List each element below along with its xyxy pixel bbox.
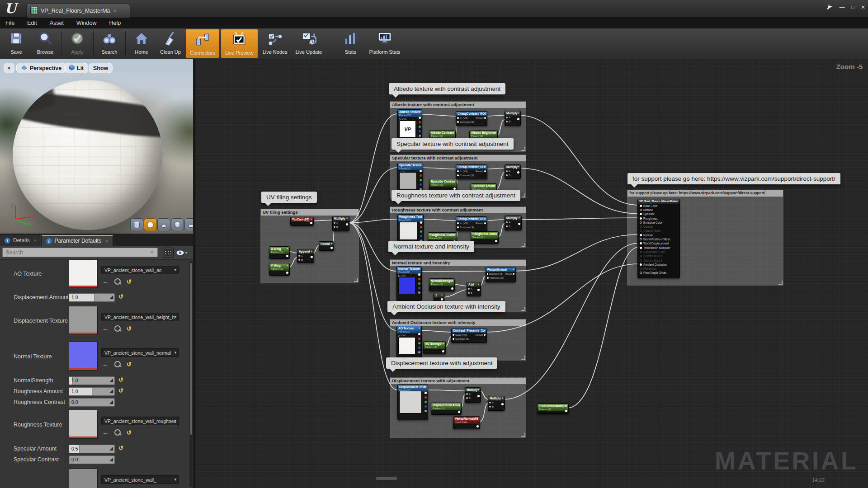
pin-dot[interactable] (451, 287, 453, 290)
master-pin-row[interactable]: Custom Data 0 (638, 254, 679, 258)
pin-dot[interactable] (425, 410, 427, 412)
pin-dot[interactable] (442, 350, 444, 352)
node-header[interactable]: Multiply▼ (333, 216, 349, 221)
pin-dot[interactable] (334, 226, 335, 228)
pin-dot[interactable] (640, 213, 642, 215)
graph-node-multiply[interactable]: Multiply▼AB (505, 216, 522, 230)
master-pin-row[interactable]: Base Color (638, 204, 679, 208)
comment-header[interactable]: Albedo texture with contrast adjustment (390, 102, 526, 108)
menu-help[interactable]: Help (109, 20, 121, 26)
comment-resize-handle[interactable] (778, 281, 783, 285)
document-tab[interactable]: VP_Real_Floors_MasterMa × (26, 3, 130, 18)
pin-dot[interactable] (466, 393, 468, 395)
pin-dot[interactable] (398, 275, 400, 277)
node-header[interactable]: Roughness Contrast▼Param (0) (428, 233, 457, 240)
comment-header[interactable]: UV tiling settings (261, 209, 359, 216)
master-pin-row[interactable]: Ambient Occlusion (638, 263, 679, 267)
graph-node-tessellationmultiplier[interactable]: TessellationMultiplier▼Param (1) (537, 404, 569, 414)
pin-dot[interactable] (484, 170, 486, 172)
node-header[interactable]: Multiply▼ (505, 216, 521, 221)
pin-dot[interactable] (418, 278, 420, 280)
graph-node-roughness-amount[interactable]: Roughness Amount▼Param (1) (471, 231, 499, 244)
pin-dot[interactable] (457, 170, 459, 172)
browse-button[interactable]: Browse (31, 28, 60, 59)
pin-dot[interactable] (457, 121, 459, 123)
pin-dot[interactable] (418, 333, 420, 335)
graph-node-append[interactable]: Append▼AB (297, 249, 314, 263)
master-pin-row[interactable]: Emissive Color (638, 221, 679, 225)
pin-dot[interactable] (311, 256, 313, 258)
pin-dot[interactable] (346, 223, 348, 225)
tab-close-icon[interactable]: × (34, 238, 37, 243)
pin-dot[interactable] (399, 118, 401, 120)
pin-dot[interactable] (453, 338, 454, 340)
pin-dot[interactable] (517, 171, 519, 174)
menu-file[interactable]: File (5, 20, 14, 26)
pin-dot[interactable] (477, 289, 480, 291)
master-pin-row[interactable]: Subsurface Color (638, 250, 679, 254)
pin-dot[interactable] (640, 242, 642, 244)
pin-dot[interactable] (298, 259, 300, 261)
node-header[interactable]: CheapContrast_RGB▼ (456, 217, 487, 221)
pin-dot[interactable] (506, 174, 508, 176)
scalar-spinbox[interactable]: 1.0 (69, 387, 115, 396)
menu-asset[interactable]: Asset (50, 20, 64, 26)
menu-edit[interactable]: Edit (27, 20, 37, 26)
master-pin-row[interactable]: Custom Data 1 (638, 258, 679, 262)
graph-node-add[interactable]: Add▼AB (467, 282, 481, 296)
graph-node-flattennormal[interactable]: FlattenNormal▼Normal (V3)ResultFlatness … (486, 267, 516, 282)
pin-dot[interactable] (506, 117, 508, 118)
node-header[interactable]: Multiply▼ (505, 111, 520, 116)
pin-dot[interactable] (420, 226, 422, 228)
pin-dot[interactable] (418, 338, 420, 340)
pin-dot[interactable] (640, 205, 642, 207)
master-pin-row[interactable]: Opacity (638, 225, 679, 229)
pin-dot[interactable] (418, 291, 420, 294)
pin-dot[interactable] (513, 273, 514, 275)
viewport-perspective-button[interactable]: Perspective (16, 63, 66, 73)
pin-dot[interactable] (418, 342, 420, 344)
pin-dot[interactable] (310, 222, 312, 224)
custom-mesh-shape-button[interactable] (184, 218, 193, 231)
pin-dot[interactable] (484, 117, 486, 119)
comment-header[interactable]: Roughness texture with contrast adjustme… (390, 207, 526, 213)
pin-dot[interactable] (640, 251, 642, 253)
master-pin-row[interactable]: Pixel Depth Offset (638, 271, 679, 275)
comment-resize-handle[interactable] (521, 433, 525, 437)
node-header[interactable]: Add▼ (467, 282, 481, 287)
node-header[interactable]: TessellationMultiplier▼Param (1) (538, 404, 568, 411)
node-header[interactable]: V-tiling▼Param (1) (269, 263, 289, 271)
panel-scrollbar[interactable] (189, 261, 193, 487)
graph-node-multiply[interactable]: Multiply▼AB (465, 387, 481, 403)
tab-close-icon[interactable]: × (105, 239, 108, 244)
reset-to-default-icon[interactable]: ↺ (127, 278, 132, 285)
pin-dot[interactable] (418, 347, 420, 349)
texture-thumbnail[interactable] (69, 469, 98, 488)
comment-header[interactable]: Displacement texture with adjustment (390, 378, 526, 384)
home-button[interactable]: Home (127, 28, 156, 59)
node-header[interactable]: Specular Texture▼Param2D (398, 163, 423, 170)
pin-dot[interactable] (330, 247, 333, 249)
pin-dot[interactable] (487, 277, 489, 279)
pin-dot[interactable] (420, 221, 422, 224)
node-header[interactable]: AO Texture▼Param2D (397, 326, 421, 333)
graph-node-contrast-preserve-color[interactable]: Contrast_Preserve_Color▼Color (V3)Result… (451, 328, 487, 343)
platform-stats-button[interactable]: Platform Stats (365, 28, 404, 59)
pin-dot[interactable] (334, 222, 335, 224)
pin-dot[interactable] (484, 334, 486, 336)
scalar-spinbox[interactable]: 0.0 (69, 455, 115, 464)
texture-thumbnail[interactable] (69, 342, 98, 371)
connectors-button[interactable]: Connectors (186, 29, 219, 58)
texture-asset-dropdown[interactable]: VP_ancient_stone_wall_normal▼ (101, 348, 179, 357)
master-pin-row[interactable]: World Displacement (638, 241, 679, 245)
pin-dot[interactable] (477, 395, 480, 397)
pin-dot[interactable] (418, 273, 420, 276)
pin-dot[interactable] (458, 411, 460, 413)
node-header[interactable]: Albedo Contrast▼Param (0) (429, 131, 455, 138)
use-selected-arrow-icon[interactable]: ← (102, 278, 108, 285)
node-header[interactable]: VertexNormalWS▼Input Data (453, 417, 480, 424)
live-preview-button[interactable]: Live Preview (221, 29, 257, 58)
pin-dot[interactable] (419, 130, 421, 132)
comment-resize-handle[interactable] (521, 193, 525, 197)
pin-dot[interactable] (453, 334, 454, 336)
